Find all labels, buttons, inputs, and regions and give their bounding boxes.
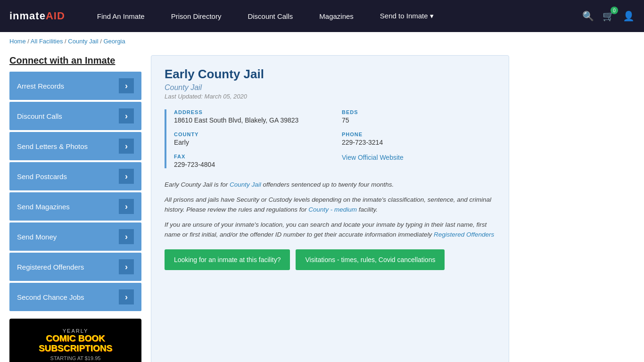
desc3: If you are unsure of your inmate's locat… [165,220,495,240]
desc2: All prisons and jails have Security or C… [165,195,495,215]
nav-magazines[interactable]: Magazines [306,0,367,32]
logo[interactable]: inmateAID [9,10,65,22]
phone-label: PHONE [342,132,495,137]
ad-starting: STARTING AT $19.95 [18,355,133,361]
desc1: Early County Jail is for County Jail off… [165,180,495,190]
registered-offenders-link[interactable]: Registered Offenders [434,231,494,238]
nav-prison-directory[interactable]: Prison Directory [158,0,235,32]
beds-label: BEDS [342,109,495,115]
find-inmate-button[interactable]: Looking for an inmate at this facility? [165,249,290,270]
nav-icons: 🔍 🛒 0 👤 [582,10,635,22]
sidebar-item-send-magazines[interactable]: Send Magazines › [9,192,141,221]
cart-icon[interactable]: 🛒 0 [603,10,614,22]
cart-badge: 0 [611,7,618,14]
arrow-icon: › [119,289,134,304]
sidebar-item-send-letters[interactable]: Send Letters & Photos › [9,132,141,160]
county-jail-link[interactable]: County Jail [230,181,261,188]
county-label: COUNTY [174,132,328,137]
breadcrumb-state[interactable]: Georgia [103,38,125,45]
address-label: ADDRESS [174,109,328,115]
arrow-icon: › [119,169,134,184]
breadcrumb: Home / All Facilities / County Jail / Ge… [0,32,644,50]
breadcrumb-all-facilities[interactable]: All Facilities [31,38,63,45]
phone-block: PHONE 229-723-3214 [342,132,495,146]
fax-block: FAX 229-723-4804 [174,154,328,168]
nav-find-an-inmate[interactable]: Find An Inmate [84,0,158,32]
sidebar-item-send-postcards[interactable]: Send Postcards › [9,162,141,190]
nav-discount-calls[interactable]: Discount Calls [234,0,306,32]
fax-value: 229-723-4804 [174,161,328,168]
breadcrumb-county-jail[interactable]: County Jail [68,38,98,45]
visitations-button[interactable]: Visitations - times, rules, Covid cancel… [296,249,445,270]
arrow-icon: › [119,108,134,123]
facility-name: Early County Jail [165,67,495,82]
county-medium-link[interactable]: County - medium [308,206,357,213]
facility-updated: Last Updated: March 05, 2020 [165,93,495,100]
arrow-icon: › [119,139,134,154]
sidebar-item-send-money[interactable]: Send Money › [9,222,141,251]
arrow-icon: › [119,199,134,214]
sidebar-item-discount-calls[interactable]: Discount Calls › [9,102,141,130]
view-official-website-link[interactable]: View Official Website [342,154,404,161]
phone-value: 229-723-3214 [342,139,495,146]
main-container: Connect with an Inmate Arrest Records › … [0,50,519,362]
main-nav: inmateAID Find An Inmate Prison Director… [0,0,644,32]
sidebar-ad[interactable]: YEARLY COMIC BOOKSUBSCRIPTIONS STARTING … [9,319,141,362]
sidebar: Connect with an Inmate Arrest Records › … [9,55,141,362]
nav-links: Find An Inmate Prison Directory Discount… [84,0,582,32]
nav-send-to-inmate[interactable]: Send to Inmate ▾ [367,0,447,32]
action-buttons: Looking for an inmate at this facility? … [165,249,495,270]
description-section: Early County Jail is for County Jail off… [165,180,495,240]
fax-label: FAX [174,154,328,159]
beds-block: BEDS 75 [342,109,495,124]
beds-value: 75 [342,116,495,124]
info-grid: ADDRESS 18610 East South Blvd, Blakely, … [165,109,495,168]
breadcrumb-home[interactable]: Home [9,38,26,45]
county-block: COUNTY Early [174,132,328,146]
arrow-icon: › [119,229,134,244]
logo-text: inmateAID [9,10,65,22]
county-value: Early [174,139,328,146]
connect-title: Connect with an Inmate [9,55,141,66]
user-icon[interactable]: 👤 [623,10,635,22]
sidebar-item-arrest-records[interactable]: Arrest Records › [9,72,141,100]
sidebar-item-second-chance-jobs[interactable]: Second Chance Jobs › [9,283,141,311]
arrow-icon: › [119,259,134,274]
ad-title: COMIC BOOKSUBSCRIPTIONS [18,334,133,354]
address-value: 18610 East South Blvd, Blakely, GA 39823 [174,116,328,124]
sidebar-item-registered-offenders[interactable]: Registered Offenders › [9,253,141,281]
facility-type: County Jail [165,83,495,92]
address-block: ADDRESS 18610 East South Blvd, Blakely, … [174,109,328,124]
website-block: View Official Website [342,154,495,168]
facility-card: Early County Jail County Jail Last Updat… [151,55,509,362]
search-icon[interactable]: 🔍 [582,10,594,22]
arrow-icon: › [119,78,134,93]
